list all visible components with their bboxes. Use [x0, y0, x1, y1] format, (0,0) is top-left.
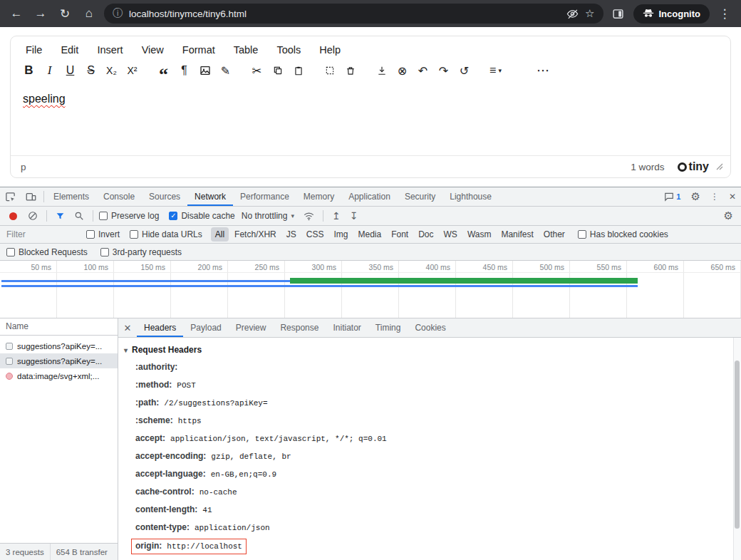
italic-icon[interactable]: I: [40, 61, 59, 80]
checkbox-has-blocked-cookies[interactable]: Has blocked cookies: [578, 229, 668, 239]
menu-edit[interactable]: Edit: [51, 41, 88, 58]
tab-security[interactable]: Security: [398, 187, 442, 206]
filter-funnel-icon[interactable]: [53, 212, 68, 221]
menu-table[interactable]: Table: [224, 41, 268, 58]
select-all-icon[interactable]: [320, 61, 339, 80]
strikethrough-icon[interactable]: S: [81, 61, 100, 80]
align-icon[interactable]: ≡▾: [486, 61, 505, 80]
detail-tab-timing[interactable]: Timing: [368, 318, 408, 337]
filter-pill-img[interactable]: Img: [329, 227, 352, 242]
redo-icon[interactable]: ↷: [434, 61, 453, 80]
detail-tab-preview[interactable]: Preview: [229, 318, 274, 337]
browser-menu-icon[interactable]: ⋮: [715, 6, 734, 21]
checkbox-hide-data-urls[interactable]: Hide data URLs: [130, 229, 202, 239]
throttling-select[interactable]: No throttling ▾: [239, 211, 297, 221]
detail-tab-headers[interactable]: Headers: [137, 318, 183, 337]
request-row[interactable]: suggestions?apiKey=...: [0, 338, 118, 353]
word-count[interactable]: 1 words: [631, 162, 664, 172]
filter-pill-wasm[interactable]: Wasm: [463, 227, 496, 242]
template-icon[interactable]: ¶: [175, 61, 194, 80]
requests-name-header[interactable]: Name: [0, 318, 118, 336]
filter-pill-js[interactable]: JS: [282, 227, 301, 242]
menu-insert[interactable]: Insert: [88, 41, 132, 58]
bold-icon[interactable]: B: [19, 61, 38, 80]
menu-format[interactable]: Format: [173, 41, 224, 58]
subscript-icon[interactable]: X₂: [102, 61, 121, 80]
pen-icon[interactable]: ✎: [216, 61, 235, 80]
network-overview[interactable]: 50 ms100 ms150 ms200 ms250 ms300 ms350 m…: [0, 261, 741, 318]
scrollbar[interactable]: [733, 338, 741, 560]
import-har-icon[interactable]: ↥: [329, 210, 343, 222]
network-conditions-icon[interactable]: [301, 212, 317, 221]
devtools-close-icon[interactable]: ✕: [724, 187, 741, 206]
export-icon[interactable]: [372, 61, 391, 80]
password-eye-off-icon[interactable]: [566, 8, 579, 20]
tab-console[interactable]: Console: [96, 187, 142, 206]
blockquote-icon[interactable]: “: [154, 61, 173, 80]
tab-lighthouse[interactable]: Lighthouse: [442, 187, 499, 206]
trash-icon[interactable]: [341, 61, 360, 80]
detail-tab-initiator[interactable]: Initiator: [326, 318, 368, 337]
filter-pill-fetch-xhr[interactable]: Fetch/XHR: [230, 227, 281, 242]
filter-pill-all[interactable]: All: [211, 227, 229, 242]
checkbox-invert[interactable]: Invert: [86, 229, 120, 239]
image-icon[interactable]: [195, 61, 214, 80]
tiny-logo[interactable]: tiny: [678, 160, 709, 173]
filter-input[interactable]: [6, 229, 78, 239]
filter-pill-manifest[interactable]: Manifest: [497, 227, 537, 242]
tab-network[interactable]: Network: [187, 187, 233, 206]
undo-icon[interactable]: ↶: [413, 61, 432, 80]
menu-view[interactable]: View: [133, 41, 173, 58]
tab-elements[interactable]: Elements: [46, 187, 96, 206]
menu-file[interactable]: File: [16, 41, 51, 58]
cut-icon[interactable]: ✂: [247, 61, 266, 80]
clear-icon[interactable]: [25, 211, 41, 221]
record-icon[interactable]: [9, 212, 17, 220]
devtools-settings-icon[interactable]: ⚙: [685, 187, 705, 206]
tab-performance[interactable]: Performance: [233, 187, 296, 206]
reload-icon[interactable]: ↻: [56, 6, 74, 21]
restore-draft-icon[interactable]: ↺: [455, 61, 474, 80]
tab-memory[interactable]: Memory: [296, 187, 341, 206]
tab-sources[interactable]: Sources: [142, 187, 187, 206]
editor-content[interactable]: speeling: [11, 85, 730, 155]
scrollbar-thumb[interactable]: [735, 361, 740, 529]
copy-icon[interactable]: [268, 61, 287, 80]
checkbox-blocked-requests[interactable]: Blocked Requests: [6, 247, 88, 257]
paste-icon[interactable]: [289, 61, 308, 80]
checkbox-3rd-party-requests[interactable]: 3rd-party requests: [100, 247, 182, 257]
bookmark-star-icon[interactable]: ☆: [585, 7, 594, 20]
back-icon[interactable]: ←: [7, 6, 26, 21]
filter-pill-css[interactable]: CSS: [302, 227, 328, 242]
detail-tab-payload[interactable]: Payload: [183, 318, 228, 337]
close-detail-icon[interactable]: ✕: [118, 323, 137, 333]
element-path[interactable]: p: [21, 162, 26, 172]
device-toolbar-icon[interactable]: [21, 187, 41, 206]
console-messages-badge[interactable]: 1: [659, 187, 685, 206]
export-har-icon[interactable]: ↧: [347, 210, 361, 222]
filter-pill-ws[interactable]: WS: [440, 227, 462, 242]
filter-pill-doc[interactable]: Doc: [414, 227, 437, 242]
detail-tab-response[interactable]: Response: [273, 318, 326, 337]
devtools-menu-icon[interactable]: ⋮: [705, 187, 724, 206]
site-info-icon[interactable]: ⓘ: [113, 7, 123, 20]
resize-handle-icon[interactable]: [716, 163, 723, 170]
address-bar[interactable]: ⓘ localhost/tinymce/tiny6.html ☆: [104, 4, 603, 24]
filter-pill-other[interactable]: Other: [539, 227, 569, 242]
home-icon[interactable]: ⌂: [80, 6, 98, 21]
underline-icon[interactable]: U: [61, 61, 80, 80]
menu-help[interactable]: Help: [310, 41, 350, 58]
menu-tools[interactable]: Tools: [267, 41, 310, 58]
more-icon[interactable]: ⋯: [534, 61, 553, 80]
network-settings-icon[interactable]: ⚙: [721, 209, 736, 222]
forward-icon[interactable]: →: [31, 6, 50, 21]
cancel-icon[interactable]: ⊗: [393, 61, 412, 80]
tab-application[interactable]: Application: [341, 187, 398, 206]
request-row[interactable]: suggestions?apiKey=...: [0, 353, 118, 368]
filter-pill-media[interactable]: Media: [353, 227, 385, 242]
inspect-element-icon[interactable]: [0, 187, 21, 206]
side-panel-icon[interactable]: [609, 8, 628, 20]
filter-pill-font[interactable]: Font: [387, 227, 413, 242]
superscript-icon[interactable]: X²: [123, 61, 142, 80]
checkbox-disable-cache[interactable]: ✓Disable cache: [169, 211, 234, 221]
